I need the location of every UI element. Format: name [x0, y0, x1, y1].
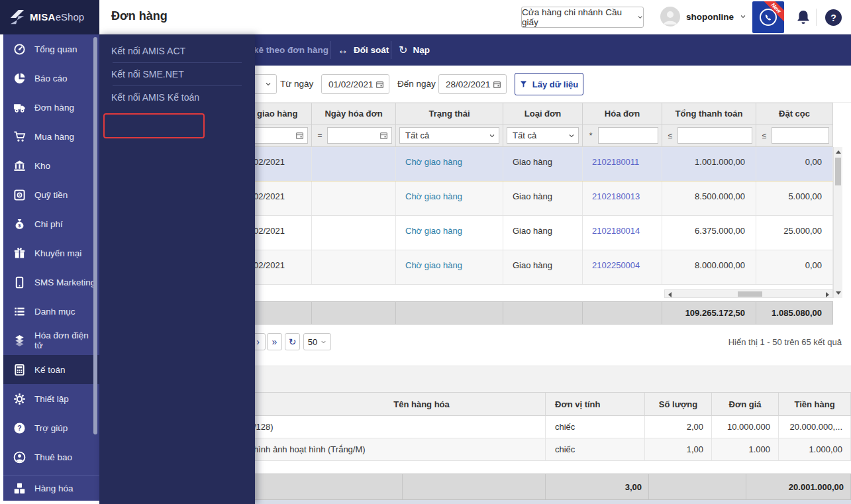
- equals-operator-icon[interactable]: =: [315, 131, 325, 140]
- sidebar-scrollbar[interactable]: [93, 37, 97, 434]
- invoice-link[interactable]: 2102180013: [592, 191, 640, 201]
- refresh-page-button[interactable]: ↻: [285, 333, 300, 350]
- scrollbar-thumb[interactable]: [835, 158, 841, 185]
- refresh-icon: ↻: [399, 44, 407, 56]
- col-header-unit[interactable]: Đơn vị tính: [546, 393, 645, 415]
- to-date-input[interactable]: 28/02/2021: [438, 74, 507, 94]
- results-info: Hiển thị 1 - 50 trên 65 kết quả: [728, 337, 842, 347]
- invoice-link[interactable]: 2102180011: [592, 157, 639, 167]
- reload-button[interactable]: ↻ Nạp: [399, 44, 430, 56]
- user-menu[interactable]: shoponline: [660, 7, 746, 26]
- col-header-amount[interactable]: Tiền hàng: [779, 393, 851, 415]
- submenu-item-ket-noi-amis-ke-toan[interactable]: Kết nối AMIS Kế toán: [99, 86, 255, 109]
- scroll-left-icon[interactable]: [668, 292, 672, 297]
- sidebar-item-khuyen-mai[interactable]: Khuyến mại: [3, 238, 99, 268]
- col-header-status[interactable]: Trạng thái: [396, 103, 503, 124]
- total-filter-input[interactable]: [677, 127, 752, 144]
- sidebar-item-hoa-don-dien-tu[interactable]: Hóa đơn điện tử: [3, 326, 99, 355]
- help-button[interactable]: ?: [825, 9, 842, 26]
- status-link[interactable]: Chờ giao hàng: [405, 157, 462, 167]
- calculator-icon: [13, 364, 26, 376]
- tab-statistics-by-order[interactable]: kê theo đơn hàng: [254, 45, 328, 55]
- lte-operator-icon[interactable]: ≤: [666, 131, 675, 140]
- store-selector[interactable]: Cửa hàng chi nhánh Cầu giấy: [521, 7, 644, 28]
- chevron-down-icon: [265, 81, 272, 87]
- status-link[interactable]: Chờ giao hàng: [405, 191, 462, 201]
- bell-icon: [796, 9, 811, 25]
- notifications-button[interactable]: [796, 9, 811, 25]
- username: shoponline: [686, 12, 734, 22]
- safe-icon: [13, 189, 26, 201]
- sidebar-item-bao-cao[interactable]: Báo cáo: [3, 64, 99, 93]
- orders-submenu-panel: Kết nối AMIS ACT Kết nối SME.NET Kết nối…: [99, 34, 255, 504]
- e-invoice-icon: [13, 334, 26, 347]
- col-header-deposit[interactable]: Đặt cọc: [756, 103, 833, 124]
- reconcile-button[interactable]: ↔ Đối soát: [338, 44, 389, 56]
- scroll-right-icon[interactable]: [826, 292, 829, 297]
- sidebar-item-kho[interactable]: Kho: [3, 151, 99, 180]
- logo-text-eshop: eShop: [56, 11, 84, 23]
- sidebar-item-tro-giup[interactable]: ? Trợ giúp: [3, 413, 99, 442]
- horizontal-scrollbar[interactable]: [664, 289, 833, 298]
- sidebar-nav: Tổng quan Báo cáo Đơn hàng Mua hàng Kho …: [3, 34, 99, 476]
- avatar: [660, 7, 680, 26]
- sidebar-item-ke-toan[interactable]: Kế toán: [3, 355, 99, 384]
- calendar-icon: [379, 131, 388, 140]
- submenu-item-ket-noi-amis-act[interactable]: Kết nối AMIS ACT: [99, 40, 255, 62]
- chevron-down-icon: [568, 132, 575, 139]
- invoice-link[interactable]: 2102180014: [592, 226, 640, 236]
- scrollbar-thumb[interactable]: [738, 291, 762, 297]
- vertical-scrollbar[interactable]: [833, 147, 842, 298]
- sidebar-item-thue-bao[interactable]: Thuê bao: [3, 442, 99, 472]
- order-type-filter-select[interactable]: Tất cả: [507, 127, 579, 144]
- page-size-select[interactable]: 50: [303, 333, 331, 350]
- scroll-down-icon[interactable]: [836, 291, 841, 295]
- filter-invoice-no: *: [583, 125, 662, 146]
- lte-operator-icon[interactable]: ≤: [760, 131, 769, 140]
- deposit-filter-input[interactable]: [772, 127, 829, 144]
- sidebar-item-hang-hoa[interactable]: Hàng hóa: [3, 476, 99, 501]
- submenu-item-ket-noi-sme-net[interactable]: Kết nối SME.NET: [99, 63, 255, 85]
- contains-operator-icon[interactable]: *: [586, 131, 595, 140]
- logo-text-misa: MISA: [30, 11, 56, 23]
- sidebar-item-sms-marketing[interactable]: SMS Marketing: [3, 268, 99, 297]
- status-link[interactable]: Chờ giao hàng: [405, 260, 462, 270]
- sidebar-item-tong-quan[interactable]: Tổng quan: [3, 34, 99, 64]
- svg-text:?: ?: [17, 425, 21, 432]
- col-header-quantity[interactable]: Số lượng: [645, 393, 712, 415]
- gear-icon: [13, 393, 26, 405]
- promo-phone-button[interactable]: New: [752, 1, 784, 33]
- sidebar-item-mua-hang[interactable]: Mua hàng: [3, 122, 99, 151]
- col-header-order-type[interactable]: Loại đơn: [503, 103, 583, 124]
- last-page-button[interactable]: »: [267, 333, 282, 350]
- status-filter-select[interactable]: Tất cả: [399, 127, 499, 144]
- sidebar-item-quy-tien[interactable]: Quỹ tiền: [3, 180, 99, 209]
- angle-double-right-icon: »: [272, 336, 277, 347]
- col-header-unit-price[interactable]: Đơn giá: [712, 393, 779, 415]
- sidebar-item-chi-phi[interactable]: $ Chi phí: [3, 209, 99, 238]
- scroll-up-icon[interactable]: [836, 150, 841, 154]
- col-header-invoice-date[interactable]: Ngày hóa đơn: [312, 103, 396, 124]
- col-header-invoice-no[interactable]: Hóa đơn: [583, 103, 662, 124]
- status-link[interactable]: Chờ giao hàng: [405, 226, 462, 236]
- invoice-no-filter-input[interactable]: [598, 127, 658, 144]
- col-header-total-payment[interactable]: Tổng thanh toán: [662, 103, 756, 124]
- store-selector-label: Cửa hàng chi nhánh Cầu giấy: [522, 7, 632, 27]
- invoice-date-filter-input[interactable]: [327, 127, 392, 144]
- person-icon: [660, 7, 680, 26]
- sidebar-item-thiet-lap[interactable]: Thiết lập: [3, 384, 99, 413]
- calendar-icon: [375, 80, 384, 89]
- toolbar-separator: [391, 41, 391, 59]
- fetch-data-button[interactable]: Lấy dữ liệu: [515, 73, 583, 95]
- sidebar-item-danh-muc[interactable]: Danh mục: [3, 297, 99, 326]
- invoice-link[interactable]: 2102250004: [592, 260, 640, 270]
- summary-quantity: 3,00: [546, 474, 649, 499]
- from-date-input[interactable]: 01/02/2021: [321, 74, 389, 94]
- app-logo[interactable]: MISAeShop: [0, 0, 99, 34]
- app-window: Đơn hàng Cửa hàng chi nhánh Cầu giấy sho…: [0, 0, 851, 504]
- dashboard-icon: [13, 43, 26, 56]
- pie-chart-icon: [13, 72, 26, 85]
- sidebar-item-don-hang[interactable]: Đơn hàng: [3, 93, 99, 122]
- filter-deposit: ≤: [756, 125, 833, 146]
- truck-icon: [13, 101, 26, 114]
